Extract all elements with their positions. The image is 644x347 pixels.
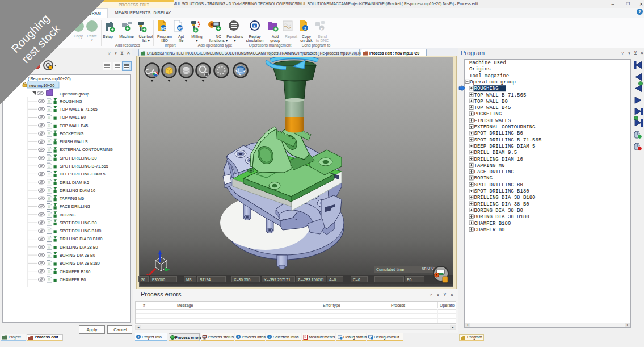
svg-text:BORING DIA 38 B0: BORING DIA 38 B0 bbox=[60, 253, 95, 258]
svg-text:APT: APT bbox=[177, 27, 182, 30]
svg-text:TOP WALL B-71.565: TOP WALL B-71.565 bbox=[60, 107, 98, 112]
svg-text:TOP WALL B0: TOP WALL B0 bbox=[60, 115, 86, 120]
svg-text:SPOT DRILLING B-71.565: SPOT DRILLING B-71.565 bbox=[60, 164, 108, 169]
svg-text:EXTERNAL CONTOURNING: EXTERNAL CONTOURNING bbox=[60, 147, 113, 152]
svg-text:NC: NC bbox=[161, 27, 166, 30]
svg-text:CHAMFER B0: CHAMFER B0 bbox=[60, 277, 86, 282]
svg-text:ROUGHING: ROUGHING bbox=[60, 99, 82, 104]
svg-text:( Re-process mp10+20): ( Re-process mp10+20) bbox=[28, 76, 71, 81]
svg-text:POCKETING: POCKETING bbox=[60, 131, 84, 136]
svg-text:SPOT DRILLING B0: SPOT DRILLING B0 bbox=[60, 156, 96, 161]
svg-text:TAPPING M6: TAPPING M6 bbox=[60, 196, 84, 201]
svg-text:DRILLING DIA 38 B0: DRILLING DIA 38 B0 bbox=[60, 245, 98, 250]
svg-text:DRILLING DIA 38 B180: DRILLING DIA 38 B180 bbox=[60, 236, 103, 241]
svg-text:DRILLING DIAM 10: DRILLING DIAM 10 bbox=[60, 188, 95, 193]
svg-text:FACE DRILLING: FACE DRILLING bbox=[60, 204, 90, 209]
svg-text:TOP WALL B45: TOP WALL B45 bbox=[60, 123, 88, 128]
svg-text:DRILL DIAM 9.5: DRILL DIAM 9.5 bbox=[60, 180, 89, 185]
svg-text:new mp10+20: new mp10+20 bbox=[29, 83, 54, 88]
svg-text:BORING DIA 38 B180: BORING DIA 38 B180 bbox=[60, 261, 100, 266]
svg-text:SPOT DRILLING B0: SPOT DRILLING B0 bbox=[60, 220, 96, 225]
svg-text:▶: ▶ bbox=[321, 27, 323, 30]
svg-text:FINISH WALLS: FINISH WALLS bbox=[60, 139, 88, 144]
svg-text:▶: ▶ bbox=[254, 24, 256, 27]
svg-text:DEEP DRILLING DIAM 5: DEEP DRILLING DIAM 5 bbox=[60, 172, 106, 177]
svg-text:Operation group: Operation group bbox=[60, 91, 89, 97]
svg-text:CHAMFER B180: CHAMFER B180 bbox=[60, 269, 90, 274]
svg-text:BORING: BORING bbox=[60, 212, 76, 218]
svg-text:SPOT DRILLING B180: SPOT DRILLING B180 bbox=[60, 228, 101, 233]
